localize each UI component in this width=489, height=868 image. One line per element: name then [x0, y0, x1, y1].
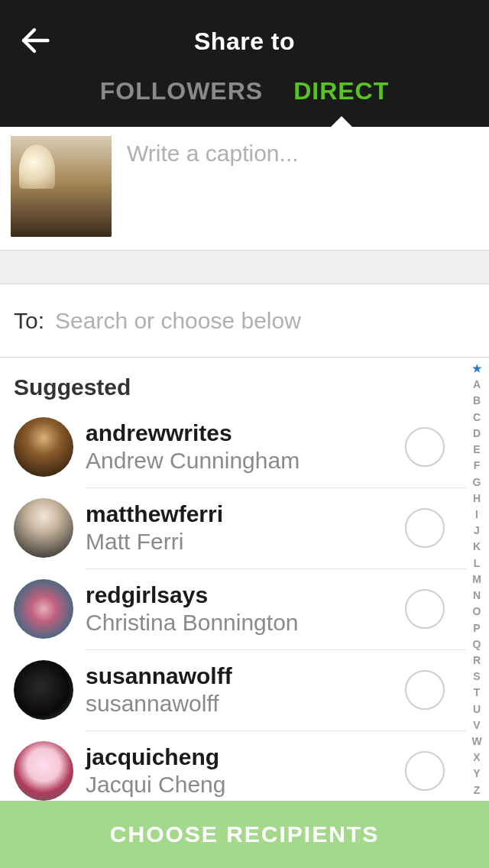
- recipient-search-input[interactable]: Search or choose below: [55, 308, 301, 334]
- select-radio[interactable]: [405, 589, 445, 629]
- contact-names: matthewferri Matt Ferri: [86, 501, 405, 555]
- contact-row[interactable]: redgirlsays Christina Bonnington: [0, 568, 489, 649]
- header: Share to FOLLOWERS DIRECT: [0, 0, 489, 127]
- contact-row[interactable]: matthewferri Matt Ferri: [0, 487, 489, 568]
- alpha-letter[interactable]: Q: [473, 638, 481, 650]
- alpha-letter[interactable]: T: [474, 686, 481, 698]
- contact-fullname: Andrew Cunningham: [86, 448, 405, 474]
- contact-names: redgirlsays Christina Bonnington: [86, 582, 405, 636]
- contact-list: Suggested andrewwrites Andrew Cunningham…: [0, 358, 489, 801]
- star-icon[interactable]: ★: [472, 362, 482, 374]
- alpha-letter[interactable]: G: [473, 476, 481, 488]
- avatar: [14, 660, 73, 720]
- alpha-letter[interactable]: E: [473, 443, 480, 455]
- section-title-suggested: Suggested: [0, 358, 489, 406]
- to-row: To: Search or choose below: [0, 284, 489, 358]
- alpha-letter[interactable]: N: [473, 589, 481, 601]
- avatar: [14, 417, 73, 477]
- contact-fullname: susannawolff: [86, 691, 405, 717]
- alpha-letter[interactable]: B: [473, 394, 481, 406]
- alpha-letter[interactable]: M: [472, 573, 481, 585]
- tab-followers[interactable]: FOLLOWERS: [100, 77, 263, 105]
- contact-names: susannawolff susannawolff: [86, 663, 405, 717]
- back-button[interactable]: [15, 21, 53, 60]
- alpha-letter[interactable]: Y: [473, 767, 480, 779]
- alpha-letter[interactable]: U: [473, 703, 481, 715]
- contact-username: andrewwrites: [86, 420, 405, 447]
- alpha-letter[interactable]: A: [473, 378, 481, 390]
- alpha-letter[interactable]: O: [473, 605, 481, 617]
- select-radio[interactable]: [405, 427, 445, 467]
- avatar: [14, 498, 73, 558]
- caption-area: Write a caption...: [0, 127, 489, 251]
- alpha-letter[interactable]: I: [475, 508, 478, 520]
- alpha-letter[interactable]: F: [474, 459, 481, 471]
- alpha-letter[interactable]: J: [474, 524, 480, 536]
- alpha-letter[interactable]: L: [474, 557, 481, 569]
- alpha-letter[interactable]: P: [473, 622, 480, 634]
- to-label: To:: [14, 308, 44, 334]
- contact-names: jacquicheng Jacqui Cheng: [86, 744, 405, 798]
- contact-names: andrewwrites Andrew Cunningham: [86, 420, 405, 474]
- alpha-letter[interactable]: Z: [474, 784, 481, 796]
- separator-bar: [0, 251, 489, 284]
- avatar: [14, 741, 73, 801]
- select-radio[interactable]: [405, 508, 445, 548]
- caption-input[interactable]: Write a caption...: [112, 136, 478, 238]
- contact-username: jacquicheng: [86, 744, 405, 771]
- alpha-letter[interactable]: W: [471, 735, 481, 747]
- contact-row[interactable]: andrewwrites Andrew Cunningham: [0, 406, 489, 487]
- alpha-letter[interactable]: V: [473, 719, 480, 731]
- avatar: [14, 579, 73, 639]
- tab-direct[interactable]: DIRECT: [293, 77, 389, 105]
- alpha-index[interactable]: ★ A B C D E F G H I J K L M N O P Q R S …: [468, 362, 486, 796]
- contact-fullname: Matt Ferri: [86, 529, 405, 555]
- select-radio[interactable]: [405, 751, 445, 791]
- alpha-letter[interactable]: K: [473, 540, 481, 552]
- alpha-letter[interactable]: D: [473, 427, 481, 439]
- tabs: FOLLOWERS DIRECT: [0, 77, 489, 105]
- alpha-letter[interactable]: S: [473, 670, 480, 682]
- contact-row[interactable]: jacquicheng Jacqui Cheng: [0, 730, 489, 801]
- page-title: Share to: [0, 0, 489, 56]
- alpha-letter[interactable]: R: [473, 654, 481, 666]
- back-arrow-icon: [18, 24, 50, 57]
- contact-row[interactable]: susannawolff susannawolff: [0, 649, 489, 730]
- contact-username: redgirlsays: [86, 582, 405, 609]
- alpha-letter[interactable]: X: [473, 751, 480, 763]
- choose-recipients-button[interactable]: CHOOSE RECIPIENTS: [0, 801, 489, 868]
- select-radio[interactable]: [405, 670, 445, 710]
- contact-fullname: Jacqui Cheng: [86, 772, 405, 798]
- contact-username: susannawolff: [86, 663, 405, 690]
- photo-thumbnail[interactable]: [11, 136, 112, 237]
- contact-fullname: Christina Bonnington: [86, 610, 405, 636]
- alpha-letter[interactable]: C: [473, 411, 481, 423]
- alpha-letter[interactable]: H: [473, 492, 481, 504]
- contact-username: matthewferri: [86, 501, 405, 528]
